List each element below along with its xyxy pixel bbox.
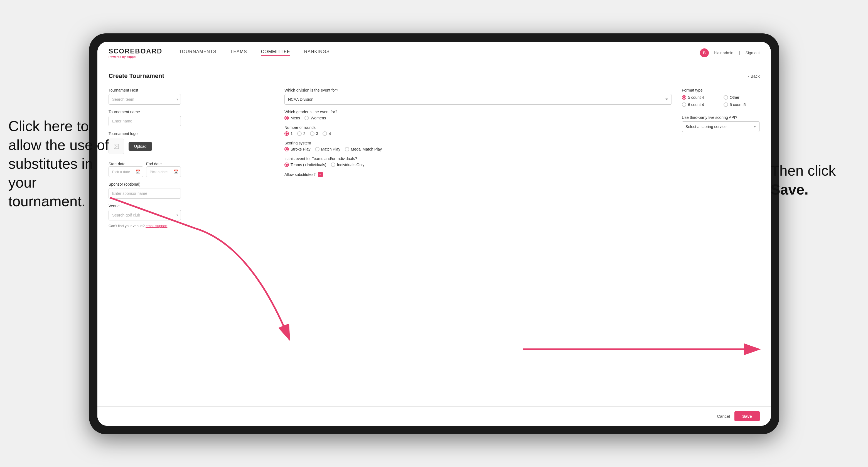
form-col-4: Format type 5 count 4 Other (682, 88, 760, 228)
tournament-host-label: Tournament Host (108, 88, 181, 92)
form-grid: Tournament Host ▾ Tournament name Tourna… (108, 88, 760, 228)
round-4[interactable]: 4 (322, 131, 331, 136)
gender-womens-radio[interactable] (305, 116, 309, 120)
scoring-api-label: Use third-party live scoring API? (682, 115, 760, 120)
venue-email-link[interactable]: email support (146, 224, 167, 228)
end-date-label: End date (146, 162, 162, 166)
nav-items: TOURNAMENTS TEAMS COMMITTEE RANKINGS (179, 49, 700, 56)
team-individuals-label: Individuals Only (337, 162, 365, 167)
save-button[interactable]: Save (735, 411, 760, 422)
venue-group: Venue ▾ Can't find your venue? email sup… (108, 204, 181, 228)
svg-point-1 (115, 145, 116, 146)
nav-username: blair admin (714, 51, 733, 55)
tablet-frame: SCOREBOARD Powered by clippd TOURNAMENTS… (89, 33, 779, 434)
venue-help-text: Can't find your venue? email support (108, 224, 181, 228)
gender-mens[interactable]: Mens (284, 116, 300, 120)
scoring-stroke-radio[interactable] (284, 147, 289, 151)
scoring-api-select[interactable]: Select a scoring service (682, 121, 760, 132)
rounds-label: Number of rounds (284, 125, 672, 130)
gender-group: Which gender is the event for? Mens Wome… (284, 110, 672, 120)
page-title: Create Tournament (108, 72, 164, 80)
nav-avatar: B (700, 49, 709, 57)
format-6count5[interactable]: 6 count 5 (723, 102, 760, 107)
nav-tournaments[interactable]: TOURNAMENTS (179, 49, 216, 56)
round-1[interactable]: 1 (284, 131, 293, 136)
tournament-logo-group: Tournament logo Upload (108, 131, 181, 154)
gender-radio-group: Mens Womens (284, 116, 672, 120)
scoring-match[interactable]: Match Play (315, 147, 340, 151)
team-teams-radio[interactable] (284, 162, 289, 167)
gender-mens-radio[interactable] (284, 116, 289, 120)
nav-right: B blair admin | Sign out (700, 49, 760, 57)
venue-dropdown-icon: ▾ (177, 213, 178, 217)
scoring-match-label: Match Play (321, 147, 340, 151)
format-6count5-label: 6 count 5 (730, 102, 746, 107)
team-teams[interactable]: Teams (+Individuals) (284, 162, 327, 167)
round-2[interactable]: 2 (297, 131, 306, 136)
scoring-medal[interactable]: Medal Match Play (345, 147, 382, 151)
format-other[interactable]: Other (723, 95, 760, 100)
format-group: Format type 5 count 4 Other (682, 88, 760, 107)
nav-rankings[interactable]: RANKINGS (304, 49, 330, 56)
substitutes-checkbox[interactable]: ✓ (318, 172, 323, 177)
format-options-grid: 5 count 4 Other 6 count 4 (682, 95, 760, 107)
format-5count4[interactable]: 5 count 4 (682, 95, 718, 100)
end-date-group: End date 📅 (146, 161, 181, 177)
scoring-api-group: Use third-party live scoring API? Select… (682, 115, 760, 132)
division-select[interactable]: NCAA Division I (284, 94, 672, 105)
end-date-wrapper: 📅 (146, 166, 181, 177)
round-3-radio[interactable] (310, 131, 314, 136)
form-col-3: Which division is the event for? NCAA Di… (284, 88, 672, 228)
annotation-right: Then click Save. (771, 161, 860, 199)
sponsor-input[interactable] (108, 188, 181, 199)
logo-area: SCOREBOARD Powered by clippd (108, 47, 162, 58)
back-link[interactable]: ‹ Back (748, 74, 760, 79)
gender-mens-label: Mens (290, 116, 300, 120)
format-6count4-label: 6 count 4 (688, 102, 704, 107)
substitutes-label: Allow substitutes? (284, 172, 316, 177)
round-2-radio[interactable] (297, 131, 302, 136)
team-individuals-radio[interactable] (331, 162, 335, 167)
scoring-radio-group: Stroke Play Match Play Medal Match Play (284, 147, 672, 151)
team-radio-group: Teams (+Individuals) Individuals Only (284, 162, 672, 167)
scoring-medal-radio[interactable] (345, 147, 349, 151)
venue-input[interactable] (108, 210, 181, 220)
round-2-label: 2 (303, 131, 306, 136)
team-individuals[interactable]: Individuals Only (331, 162, 365, 167)
logo-scoreboard: SCOREBOARD (108, 47, 162, 55)
round-3[interactable]: 3 (310, 131, 318, 136)
logo-upload-area: Upload (108, 138, 181, 154)
tournament-name-label: Tournament name (108, 110, 181, 114)
end-date-calendar-icon: 📅 (174, 169, 178, 174)
scoring-match-radio[interactable] (315, 147, 319, 151)
division-label: Which division is the event for? (284, 88, 672, 92)
gender-womens[interactable]: Womens (305, 116, 326, 120)
upload-button[interactable]: Upload (129, 142, 152, 151)
sponsor-label: Sponsor (optional) (108, 182, 181, 186)
team-teams-label: Teams (+Individuals) (290, 162, 327, 167)
format-6count4[interactable]: 6 count 4 (682, 102, 718, 107)
tournament-logo-label: Tournament logo (108, 131, 181, 136)
substitutes-group: Allow substitutes? ✓ (284, 172, 672, 177)
nav-signout[interactable]: Sign out (746, 51, 760, 55)
tournament-host-input[interactable] (108, 94, 181, 105)
tournament-name-input[interactable] (108, 116, 181, 126)
nav-committee[interactable]: COMMITTEE (261, 49, 290, 56)
scoring-medal-label: Medal Match Play (351, 147, 382, 151)
tablet-screen: SCOREBOARD Powered by clippd TOURNAMENTS… (97, 42, 771, 426)
scoring-stroke-label: Stroke Play (290, 147, 311, 151)
format-other-label: Other (730, 95, 739, 100)
rounds-radio-group: 1 2 3 4 (284, 131, 672, 136)
scoring-stroke[interactable]: Stroke Play (284, 147, 311, 151)
format-other-radio[interactable] (723, 95, 728, 100)
format-5count4-radio[interactable] (682, 95, 686, 100)
cancel-button[interactable]: Cancel (717, 414, 730, 418)
format-6count4-radio[interactable] (682, 102, 686, 107)
format-6count5-radio[interactable] (723, 102, 728, 107)
scoring-label: Scoring system (284, 141, 672, 145)
round-1-radio[interactable] (284, 131, 289, 136)
venue-label: Venue (108, 204, 181, 208)
round-4-radio[interactable] (322, 131, 327, 136)
team-individual-group: Is this event for Teams and/or Individua… (284, 156, 672, 167)
nav-teams[interactable]: TEAMS (230, 49, 247, 56)
